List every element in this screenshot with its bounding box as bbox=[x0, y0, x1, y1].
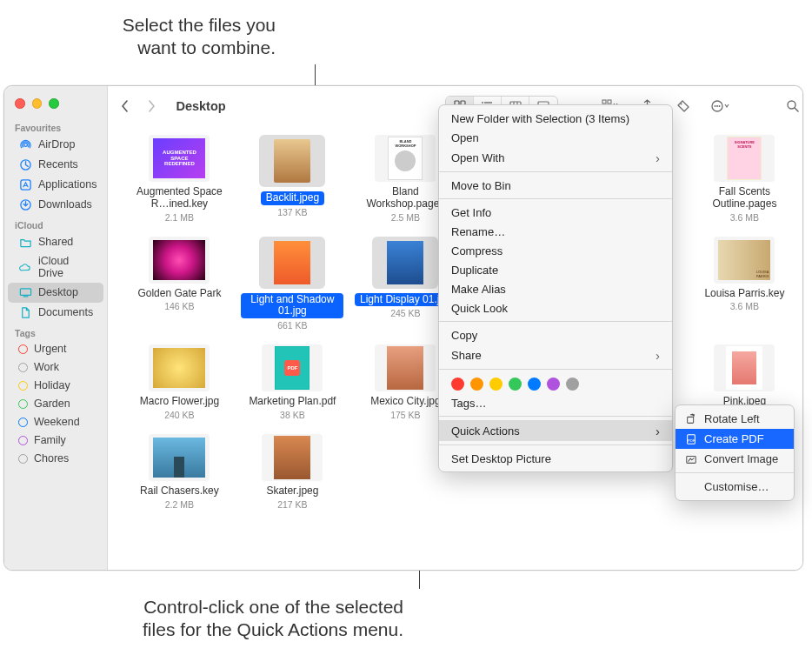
tag-swatch[interactable] bbox=[470, 378, 483, 391]
sidebar-item-label: Garden bbox=[34, 398, 70, 410]
forward-button[interactable] bbox=[144, 97, 158, 115]
menu-separator bbox=[439, 321, 672, 322]
search-button[interactable] bbox=[781, 96, 803, 117]
sidebar-item-desktop[interactable]: Desktop bbox=[8, 283, 103, 303]
sidebar-item-airdrop[interactable]: AirDrop bbox=[8, 135, 103, 155]
menu-item[interactable]: Open bbox=[439, 128, 672, 147]
sidebar-item-weekend[interactable]: Weekend bbox=[8, 413, 103, 431]
menu-item[interactable]: Tags… bbox=[439, 393, 672, 412]
menu-item-label: Quick Look bbox=[451, 302, 508, 315]
submenu-item-label: Customise… bbox=[704, 480, 769, 493]
sidebar-item-label: Downloads bbox=[38, 198, 92, 211]
file-thumbnail: LOUISAPARRIS bbox=[714, 237, 775, 284]
file-name: Light and Shadow 01.jpg bbox=[241, 293, 343, 319]
menu-item[interactable]: Quick Actions bbox=[439, 420, 672, 441]
file-item[interactable]: AUGMENTEDSPACEREDEFINEDAugmented Space R… bbox=[127, 135, 231, 223]
quick-actions-submenu: Rotate LeftPDFCreate PDFConvert ImageCus… bbox=[675, 404, 795, 501]
file-thumbnail: PDF bbox=[262, 344, 323, 391]
menu-item[interactable]: Share bbox=[439, 344, 672, 365]
file-item[interactable]: LOUISAPARRISLouisa Parris.key3.6 MB bbox=[692, 237, 796, 331]
svg-rect-5 bbox=[23, 296, 28, 297]
menu-item[interactable]: Compress bbox=[439, 241, 672, 260]
file-thumbnail bbox=[372, 237, 438, 289]
file-name: Backlit.jpeg bbox=[261, 191, 324, 205]
menu-item[interactable]: Quick Look bbox=[439, 298, 672, 317]
sidebar-item-recents[interactable]: Recents bbox=[8, 155, 103, 175]
back-button[interactable] bbox=[118, 97, 132, 115]
submenu-item[interactable]: Rotate Left bbox=[676, 409, 794, 429]
menu-item[interactable]: New Folder with Selection (3 Items) bbox=[439, 109, 672, 128]
file-name: Golden Gate Park bbox=[137, 288, 221, 300]
sidebar-item-label: iCloud Drive bbox=[38, 255, 97, 279]
tag-dot-icon bbox=[18, 399, 28, 409]
file-name: Rail Chasers.key bbox=[140, 485, 219, 498]
svg-point-28 bbox=[681, 104, 682, 105]
tag-swatch[interactable] bbox=[489, 378, 503, 391]
sidebar-item-icloud-drive[interactable]: iCloud Drive bbox=[8, 252, 103, 283]
file-thumbnail bbox=[259, 135, 325, 187]
file-size: 137 KB bbox=[277, 207, 307, 217]
tag-dot-icon bbox=[18, 344, 28, 354]
tag-dot-icon bbox=[18, 418, 28, 427]
file-item[interactable]: Light and Shadow 01.jpg661 KB bbox=[240, 237, 344, 331]
sidebar-item-family[interactable]: Family bbox=[8, 431, 103, 450]
sidebar-item-shared[interactable]: Shared bbox=[8, 232, 103, 252]
tag-swatch[interactable] bbox=[566, 378, 579, 391]
menu-item[interactable]: Rename… bbox=[439, 222, 672, 241]
file-item[interactable]: Golden Gate Park146 KB bbox=[127, 237, 231, 331]
file-size: 217 KB bbox=[277, 499, 307, 510]
file-item[interactable]: Rail Chasers.key2.2 MB bbox=[127, 434, 231, 510]
tag-swatch[interactable] bbox=[509, 378, 522, 391]
tags-button[interactable] bbox=[671, 96, 696, 117]
menu-item[interactable]: Get Info bbox=[439, 203, 672, 222]
menu-item[interactable]: Duplicate bbox=[439, 260, 672, 279]
zoom-window-button[interactable] bbox=[49, 98, 59, 109]
tag-dot-icon bbox=[18, 436, 28, 445]
sidebar-item-work[interactable]: Work bbox=[8, 358, 103, 377]
file-item[interactable]: Skater.jpeg217 KB bbox=[240, 434, 344, 510]
sidebar-item-documents[interactable]: Documents bbox=[8, 303, 103, 323]
menu-separator bbox=[439, 171, 672, 172]
minimize-window-button[interactable] bbox=[32, 98, 43, 109]
svg-rect-24 bbox=[608, 100, 611, 104]
file-item[interactable]: PDFMarketing Plan.pdf38 KB bbox=[240, 344, 344, 420]
file-thumbnail bbox=[262, 434, 323, 481]
sidebar-item-applications[interactable]: Applications bbox=[8, 175, 103, 195]
sidebar-item-label: Recents bbox=[38, 158, 78, 170]
menu-item[interactable]: Move to Bin bbox=[439, 176, 672, 195]
submenu-item[interactable]: Customise… bbox=[676, 477, 794, 497]
doc-icon bbox=[18, 305, 32, 319]
sidebar-item-chores[interactable]: Chores bbox=[8, 450, 103, 468]
sidebar-item-urgent[interactable]: Urgent bbox=[8, 340, 103, 358]
menu-item[interactable]: Copy bbox=[439, 325, 672, 344]
submenu-item[interactable]: PDFCreate PDF bbox=[676, 429, 794, 449]
tag-swatch[interactable] bbox=[547, 378, 560, 391]
sidebar-section-header: iCloud bbox=[4, 215, 107, 232]
file-size: 175 KB bbox=[390, 410, 420, 420]
file-size: 661 KB bbox=[277, 320, 307, 331]
close-window-button[interactable] bbox=[15, 98, 25, 109]
chevron-right-icon bbox=[656, 150, 660, 165]
menu-item[interactable]: Set Desktop Picture bbox=[439, 449, 672, 468]
file-item[interactable]: SIGNATURESCENTSFall Scents Outline.pages… bbox=[692, 135, 796, 223]
sidebar-item-downloads[interactable]: Downloads bbox=[8, 195, 103, 215]
svg-rect-4 bbox=[20, 288, 30, 295]
menu-item[interactable]: Open With bbox=[439, 147, 672, 168]
file-item[interactable]: Backlit.jpeg137 KB bbox=[240, 135, 344, 223]
submenu-item[interactable]: Convert Image bbox=[676, 449, 794, 469]
desktop-icon bbox=[18, 285, 32, 299]
menu-item[interactable]: Make Alias bbox=[439, 279, 672, 298]
sidebar-item-label: AirDrop bbox=[38, 138, 75, 150]
sidebar-item-holiday[interactable]: Holiday bbox=[8, 377, 103, 395]
file-item[interactable]: Macro Flower.jpg240 KB bbox=[127, 344, 231, 420]
tag-swatch[interactable] bbox=[528, 378, 541, 391]
file-size: 2.1 MB bbox=[165, 212, 194, 223]
action-button[interactable] bbox=[708, 96, 732, 117]
file-size: 2.2 MB bbox=[165, 499, 194, 510]
sidebar-item-garden[interactable]: Garden bbox=[8, 395, 103, 413]
menu-separator bbox=[439, 416, 672, 417]
submenu-item-label: Convert Image bbox=[704, 452, 778, 465]
file-thumbnail: AUGMENTEDSPACEREDEFINED bbox=[149, 135, 210, 182]
download-icon bbox=[18, 197, 32, 211]
tag-swatch[interactable] bbox=[451, 378, 464, 391]
